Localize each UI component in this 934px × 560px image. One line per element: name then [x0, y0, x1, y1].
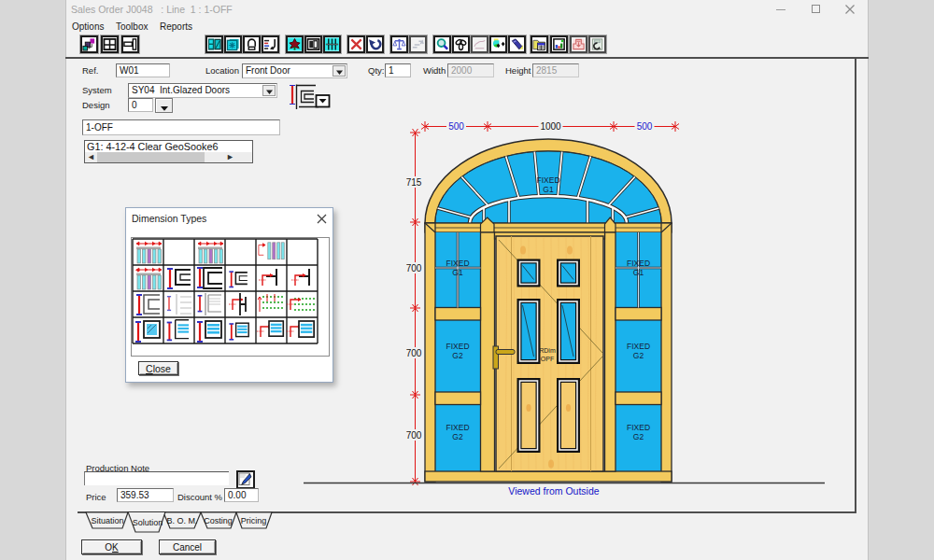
svg-text:FIXED: FIXED [446, 423, 469, 432]
svg-text:1000: 1000 [540, 121, 561, 132]
svg-text:FIXED: FIXED [627, 423, 650, 432]
svg-text:FIXED: FIXED [536, 175, 559, 185]
svg-text:700: 700 [406, 430, 422, 441]
svg-text:G2: G2 [452, 351, 463, 360]
svg-text:Viewed from Outside: Viewed from Outside [508, 485, 599, 497]
svg-text:FIXED: FIXED [627, 342, 650, 351]
svg-text:RDim: RDim [539, 347, 556, 354]
svg-text:500: 500 [637, 121, 653, 132]
svg-text:Pricing: Pricing [241, 516, 267, 525]
svg-text:G1: G1 [452, 268, 463, 277]
svg-text:Solution: Solution [133, 518, 163, 527]
svg-text:Situation: Situation [91, 516, 123, 525]
svg-text:G2: G2 [452, 432, 463, 441]
svg-text:G2: G2 [633, 432, 644, 441]
svg-text:700: 700 [406, 348, 422, 358]
svg-text:FIXED: FIXED [446, 342, 469, 351]
svg-text:715: 715 [406, 177, 422, 188]
svg-text:G1: G1 [633, 268, 644, 277]
svg-text:500: 500 [448, 121, 464, 132]
svg-text:FIXED: FIXED [446, 259, 469, 268]
svg-text:Costing: Costing [204, 516, 233, 525]
svg-text:700: 700 [406, 263, 422, 273]
svg-text:FIXED: FIXED [627, 259, 650, 268]
svg-text:G2: G2 [633, 351, 644, 360]
svg-text:B. O. M.: B. O. M. [166, 516, 197, 525]
svg-text:G1: G1 [543, 185, 554, 194]
svg-text:OPF: OPF [541, 356, 554, 362]
